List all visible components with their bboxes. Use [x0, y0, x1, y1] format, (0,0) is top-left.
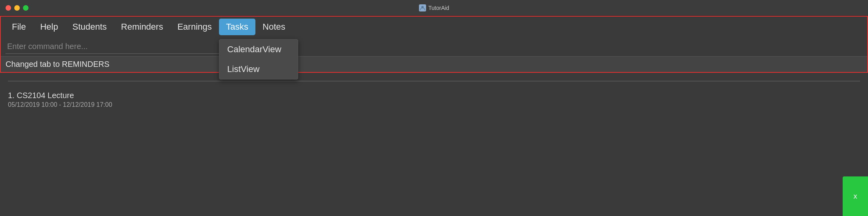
menu-item-students[interactable]: Students — [65, 19, 114, 35]
top-panel: File Help Students Reminders Earnings Ta… — [0, 16, 868, 73]
titlebar: TutorAid — [0, 0, 868, 16]
lower-section: 1. CS2104 Lecture 05/12/2019 10:00 - 12/… — [0, 73, 868, 216]
tasks-menu-wrapper: Tasks CalendarView ListView — [219, 19, 255, 35]
menu-item-help[interactable]: Help — [33, 19, 65, 35]
maximize-button[interactable] — [23, 5, 29, 11]
menu-item-reminders[interactable]: Reminders — [114, 19, 170, 35]
dropdown-item-calendar-view[interactable]: CalendarView — [219, 40, 298, 59]
minimize-button[interactable] — [14, 5, 20, 11]
tasks-dropdown: CalendarView ListView — [219, 39, 298, 80]
status-bar: Changed tab to REMINDERS — [1, 56, 867, 72]
menu-item-notes[interactable]: Notes — [255, 19, 292, 35]
menu-item-tasks[interactable]: Tasks — [219, 19, 255, 35]
window-content: File Help Students Reminders Earnings Ta… — [0, 16, 868, 216]
app-title: TutorAid — [419, 4, 449, 11]
lower-divider — [8, 81, 860, 81]
list-item-1-sub: 05/12/2019 10:00 - 12/12/2019 17:00 — [8, 101, 860, 108]
dropdown-item-list-view[interactable]: ListView — [219, 59, 298, 79]
close-button[interactable] — [6, 5, 11, 11]
status-text: Changed tab to REMINDERS — [6, 60, 109, 68]
command-input[interactable] — [6, 40, 227, 54]
list-item-1: 1. CS2104 Lecture — [8, 89, 860, 101]
app-icon — [419, 4, 426, 11]
menu-item-file[interactable]: File — [5, 19, 33, 35]
menubar: File Help Students Reminders Earnings Ta… — [1, 17, 867, 37]
menu-item-earnings[interactable]: Earnings — [170, 19, 219, 35]
green-button[interactable]: x — [843, 176, 868, 216]
window-controls — [6, 5, 29, 11]
command-area — [1, 37, 867, 56]
